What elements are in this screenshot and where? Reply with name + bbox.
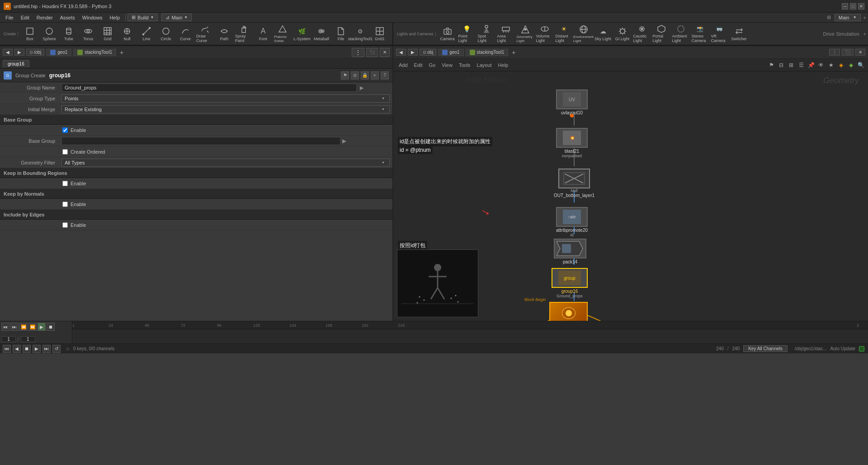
- tab-group16[interactable]: group16: [3, 60, 29, 67]
- tool-curve[interactable]: Curve: [176, 24, 195, 44]
- right-path-plus[interactable]: +: [512, 49, 515, 56]
- tool-metaball[interactable]: Metaball: [312, 24, 331, 44]
- go-start-btn[interactable]: ⏮: [1, 323, 9, 331]
- go-end-btn[interactable]: ⏭: [10, 323, 19, 331]
- node-blast21[interactable]: 💥 blast21 nonpacked: [556, 128, 588, 158]
- tool-font[interactable]: A Font: [254, 24, 273, 44]
- add-menu[interactable]: Add: [396, 62, 410, 68]
- status-stop-btn[interactable]: ⏹: [23, 345, 31, 353]
- node-orange-icon[interactable]: ◈: [836, 61, 845, 70]
- base-group-arrow[interactable]: ▶: [342, 138, 346, 144]
- base-group-enable-checkbox[interactable]: [62, 127, 68, 133]
- tool-switcher[interactable]: Switcher: [730, 24, 749, 44]
- group-type-dropdown[interactable]: Points: [61, 94, 390, 103]
- status-next-btn[interactable]: ▶: [33, 345, 41, 353]
- node-green-icon[interactable]: ◈: [846, 61, 855, 70]
- geometry-filter-dropdown[interactable]: All Types: [61, 159, 390, 167]
- right-panel-close[interactable]: ✕: [855, 49, 865, 56]
- total-frame-input[interactable]: [21, 336, 35, 342]
- menu-edit[interactable]: Edit: [17, 14, 33, 21]
- menu-render[interactable]: Render: [33, 14, 57, 21]
- right-main-selector[interactable]: Main ▼: [835, 14, 861, 21]
- tool-torus[interactable]: Torus: [79, 24, 98, 44]
- tool-camera[interactable]: Camera: [438, 24, 457, 44]
- tool-spray-paint[interactable]: Spray Paint: [234, 24, 253, 44]
- status-loop-btn[interactable]: ↺: [52, 345, 61, 353]
- prev-frame-btn[interactable]: ⏪: [19, 323, 28, 331]
- right-forward-button[interactable]: ▶: [408, 49, 418, 56]
- tool-point-light[interactable]: 💡 Point Light: [458, 24, 476, 44]
- base-group-input[interactable]: [61, 137, 340, 145]
- tool-null[interactable]: Null: [118, 24, 137, 44]
- tool-area-light[interactable]: Area Light: [496, 24, 515, 44]
- initial-merge-dropdown[interactable]: Replace Existing: [61, 105, 390, 113]
- keep-normals-enable-checkbox[interactable]: [62, 202, 68, 207]
- keep-bounding-enable-checkbox[interactable]: [62, 181, 68, 186]
- tool-distant-light[interactable]: ☀ Distant Light: [555, 24, 574, 44]
- tool-env-light[interactable]: Environment Light: [574, 24, 593, 44]
- bypass-icon[interactable]: ⊘: [351, 71, 359, 80]
- node-uvlayout10[interactable]: UV uvlayout10: [556, 89, 588, 115]
- right-stacking-node[interactable]: stackingTool1: [466, 49, 509, 56]
- node-star-icon[interactable]: ★: [826, 61, 835, 70]
- right-geo1-node[interactable]: geo1: [438, 49, 463, 56]
- tool-geometry-light[interactable]: Geometry Light: [516, 24, 535, 44]
- node-pack14[interactable]: pack14: [554, 239, 586, 264]
- tool-stereo-camera[interactable]: 📸 Stereo Camera: [691, 24, 710, 44]
- panel-close-btn[interactable]: ✕: [380, 48, 390, 57]
- tool-caustic-light[interactable]: Caustic Light: [632, 24, 651, 44]
- path-plus-icon[interactable]: +: [120, 49, 123, 56]
- node-out-bottom-layer1[interactable]: Null OUT_bottom_layer1: [554, 169, 594, 198]
- tool-ambient-light[interactable]: Ambient Light: [671, 24, 690, 44]
- auto-update-toggle[interactable]: [859, 346, 864, 352]
- tool-file[interactable]: File: [331, 24, 350, 44]
- node-search-icon[interactable]: 🔍: [856, 61, 865, 70]
- node-group16[interactable]: group group16 Ground_props: [552, 268, 588, 298]
- group-name-arrow[interactable]: ▶: [360, 85, 363, 90]
- node-eye-icon[interactable]: 👁: [816, 61, 826, 70]
- create-ordered-checkbox[interactable]: [62, 149, 68, 155]
- plus-icon[interactable]: +: [863, 15, 866, 20]
- next-frame-btn[interactable]: ⏩: [28, 323, 37, 331]
- status-play-btn[interactable]: ⏮: [3, 345, 11, 353]
- play-btn[interactable]: ▶: [38, 323, 46, 331]
- tool-lsystem[interactable]: 🌿 L-System: [292, 24, 311, 44]
- right-panel-expand[interactable]: ⬛: [842, 49, 854, 56]
- stacking-tool-node[interactable]: stackingTool1: [73, 49, 116, 56]
- node-wire-icon[interactable]: ⊟: [777, 61, 786, 70]
- group-name-input[interactable]: [61, 84, 357, 92]
- tool-grid1[interactable]: Grid1: [370, 24, 389, 44]
- status-prev-btn[interactable]: ◀: [13, 345, 21, 353]
- tool-draw-curve[interactable]: Draw Curve: [195, 24, 214, 44]
- build-button[interactable]: ⊞ Build ▼: [127, 14, 158, 21]
- panel-expand-btn[interactable]: ⬛: [366, 48, 378, 57]
- tool-sky-light[interactable]: ☁ Sky Light: [594, 24, 613, 44]
- tool-sphere[interactable]: Sphere: [40, 24, 59, 44]
- tool-volume-light[interactable]: Volume Light: [535, 24, 554, 44]
- node-repeat-begin3[interactable]: repeat_begin3 Feedback: [549, 302, 588, 321]
- menu-file[interactable]: File: [2, 14, 17, 21]
- tool-stacking1[interactable]: ⚙ stackingTool1: [351, 24, 370, 44]
- zoom-icon[interactable]: ⌖: [371, 71, 379, 80]
- node-grid-icon[interactable]: ⊞: [787, 61, 796, 70]
- lock-icon[interactable]: 🔒: [361, 71, 369, 80]
- help-menu[interactable]: Help: [495, 62, 511, 68]
- help-icon[interactable]: ?: [381, 71, 389, 80]
- tool-platonic[interactable]: Platonic Solids: [273, 24, 292, 44]
- tool-line[interactable]: Line: [137, 24, 156, 44]
- right-panel-options[interactable]: ⋮: [829, 49, 840, 56]
- menu-assets[interactable]: Assets: [57, 14, 79, 21]
- right-back-button[interactable]: ◀: [396, 49, 406, 56]
- tool-grid[interactable]: Grid: [98, 24, 117, 44]
- key-all-channels-btn[interactable]: Key All Channels: [743, 345, 788, 352]
- maximize-button[interactable]: □: [850, 3, 856, 9]
- include-edges-enable-checkbox[interactable]: [62, 222, 68, 228]
- tool-circle[interactable]: Circle: [156, 24, 175, 44]
- menu-windows[interactable]: Windows: [79, 14, 106, 21]
- obj-path[interactable]: ⊙ /obj: [26, 49, 44, 56]
- tool-tube[interactable]: Tube: [59, 24, 78, 44]
- panel-options-btn[interactable]: ⋮: [352, 48, 364, 57]
- node-attribpromote20[interactable]: ↑attr attribpromote20 id: [556, 207, 588, 237]
- tools-menu[interactable]: Tools: [456, 62, 473, 68]
- timeline-track[interactable]: 1 24 48 72 96 120 144 168 192 216 2: [72, 321, 868, 343]
